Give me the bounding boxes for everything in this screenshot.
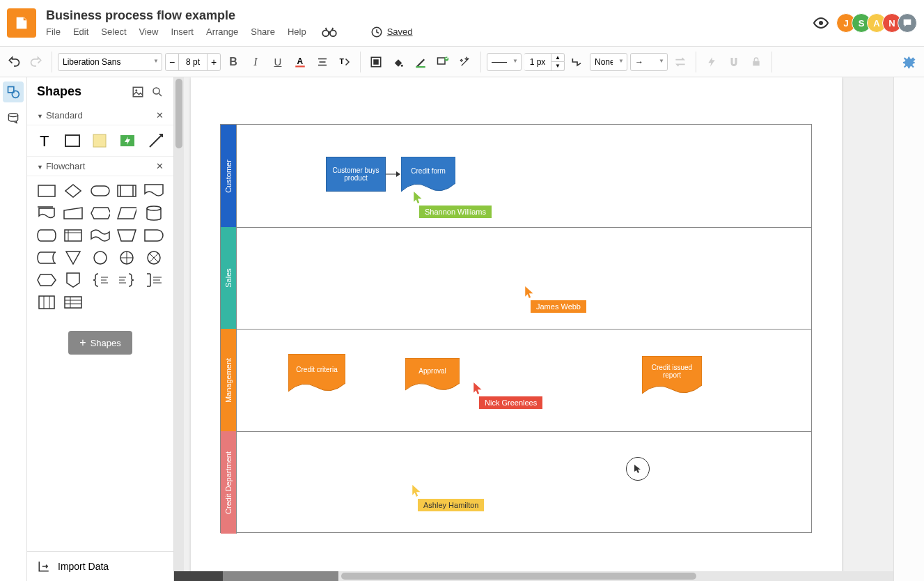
- font-size-increase[interactable]: +: [207, 53, 221, 71]
- magic-button[interactable]: [455, 52, 475, 72]
- fill-shape-button[interactable]: [366, 52, 386, 72]
- canvas-page[interactable]: Customer Customer buys product Credit fo…: [191, 77, 842, 581]
- shapes-panel-tab[interactable]: [3, 82, 24, 102]
- more-shapes-button[interactable]: +Shapes: [68, 331, 132, 355]
- bold-button[interactable]: B: [224, 52, 243, 72]
- lane-management-label[interactable]: Management: [221, 329, 236, 431]
- shape-options-button[interactable]: [433, 52, 453, 72]
- fc-multidoc[interactable]: [37, 206, 56, 221]
- fc-directdata[interactable]: [37, 228, 56, 243]
- menu-arrange[interactable]: Arrange: [206, 26, 238, 37]
- arrow-1[interactable]: [386, 171, 401, 178]
- fc-connector[interactable]: [91, 250, 110, 265]
- shape-credit-criteria[interactable]: Credit criteria: [288, 354, 345, 394]
- lane-credit-dept-body[interactable]: [236, 431, 811, 534]
- shape-credit-form[interactable]: Credit form: [401, 157, 455, 194]
- fc-bracel[interactable]: [117, 272, 136, 288]
- fc-delay[interactable]: [144, 228, 164, 243]
- shape-approval[interactable]: Approval: [405, 358, 460, 393]
- fc-table2[interactable]: [63, 295, 83, 310]
- close-icon[interactable]: ✕: [156, 110, 164, 121]
- font-size-stepper[interactable]: − +: [165, 53, 221, 71]
- fc-preparation[interactable]: [91, 206, 110, 221]
- menu-file[interactable]: File: [46, 26, 61, 37]
- lib-standard-header[interactable]: ▼Standard ✕: [27, 106, 173, 125]
- horizontal-scrollbar[interactable]: [174, 571, 893, 581]
- line-width-input[interactable]: [524, 53, 551, 71]
- save-status[interactable]: Saved: [370, 26, 413, 38]
- fc-bracer[interactable]: [91, 272, 110, 288]
- swap-arrows-button[interactable]: [671, 52, 690, 72]
- undo-button[interactable]: [4, 52, 24, 72]
- document-title[interactable]: Business process flow example: [46, 8, 813, 23]
- lane-credit-dept-label[interactable]: Credit Department: [221, 431, 236, 534]
- fc-merge[interactable]: [63, 250, 83, 265]
- text-options-button[interactable]: T: [335, 52, 354, 72]
- arrow-end-select[interactable]: →: [630, 53, 668, 71]
- fc-offpage[interactable]: [63, 272, 83, 288]
- fc-data[interactable]: [117, 206, 136, 221]
- action-shape[interactable]: [118, 132, 137, 149]
- border-color-button[interactable]: [411, 52, 430, 72]
- text-shape[interactable]: T: [37, 132, 54, 149]
- font-family-select[interactable]: Liberation Sans: [58, 53, 162, 71]
- fc-predefined[interactable]: [117, 183, 136, 199]
- comments-button[interactable]: [898, 13, 917, 33]
- search-shapes-icon[interactable]: [151, 86, 164, 98]
- fc-display[interactable]: [37, 272, 56, 288]
- selected-circle[interactable]: [626, 457, 650, 481]
- fc-or[interactable]: [117, 250, 136, 265]
- line-width-decrease[interactable]: ▼: [551, 62, 565, 71]
- line-width-increase[interactable]: ▲: [551, 53, 565, 62]
- menu-select[interactable]: Select: [101, 26, 126, 37]
- fc-note[interactable]: [144, 272, 164, 288]
- fc-manualinput[interactable]: [63, 206, 83, 221]
- lock-button[interactable]: [746, 52, 766, 72]
- swimlane-container[interactable]: Customer Customer buys product Credit fo…: [220, 124, 812, 533]
- fc-manualop[interactable]: [117, 228, 136, 243]
- magnet-button[interactable]: [724, 52, 744, 72]
- redo-button[interactable]: [26, 52, 46, 72]
- note-shape[interactable]: [91, 132, 108, 149]
- fc-database[interactable]: [144, 206, 164, 221]
- fc-sumjunction[interactable]: [144, 250, 164, 265]
- fc-process[interactable]: [37, 183, 56, 199]
- action-button[interactable]: [702, 52, 721, 72]
- underline-button[interactable]: U: [268, 52, 288, 72]
- vertical-scrollbar[interactable]: [174, 77, 184, 581]
- menu-share[interactable]: Share: [251, 26, 275, 37]
- lane-sales-body[interactable]: [236, 227, 811, 329]
- data-panel-tab[interactable]: [3, 108, 24, 129]
- line-type-button[interactable]: [567, 52, 587, 72]
- lib-flowchart-header[interactable]: ▼Flowchart ✕: [27, 157, 173, 176]
- lane-sales-label[interactable]: Sales: [221, 227, 236, 329]
- menu-insert[interactable]: Insert: [171, 26, 194, 37]
- line-width-stepper[interactable]: ▲ ▼: [524, 53, 565, 71]
- italic-button[interactable]: I: [246, 52, 265, 72]
- app-logo[interactable]: [7, 8, 36, 38]
- shape-credit-issued[interactable]: Credit issuedreport: [642, 356, 702, 396]
- fc-internalstorage[interactable]: [63, 228, 83, 243]
- text-align-button[interactable]: [313, 52, 332, 72]
- fc-terminator[interactable]: [91, 183, 110, 199]
- fc-document[interactable]: [144, 183, 164, 199]
- font-size-decrease[interactable]: −: [165, 53, 179, 71]
- canvas-area[interactable]: Customer Customer buys product Credit fo…: [174, 77, 893, 581]
- fc-decision[interactable]: [63, 183, 83, 199]
- menu-edit[interactable]: Edit: [73, 26, 88, 37]
- menu-help[interactable]: Help: [288, 26, 306, 37]
- shape-customer-buys[interactable]: Customer buys product: [326, 157, 386, 192]
- line-style-select[interactable]: ———: [487, 53, 522, 71]
- menu-view[interactable]: View: [139, 26, 159, 37]
- fc-table3[interactable]: [37, 295, 56, 310]
- text-color-button[interactable]: A: [290, 52, 310, 72]
- close-icon[interactable]: ✕: [156, 161, 164, 171]
- fc-papertape[interactable]: [91, 228, 110, 243]
- lane-customer-body[interactable]: Customer buys product Credit form: [236, 125, 811, 227]
- fc-storeddata[interactable]: [37, 250, 56, 265]
- lane-management-body[interactable]: Credit criteria Approval Credit issuedre…: [236, 329, 811, 431]
- lane-customer-label[interactable]: Customer: [221, 125, 236, 227]
- rect-shape[interactable]: [63, 132, 81, 149]
- present-icon[interactable]: [813, 15, 829, 31]
- image-library-icon[interactable]: [132, 86, 144, 98]
